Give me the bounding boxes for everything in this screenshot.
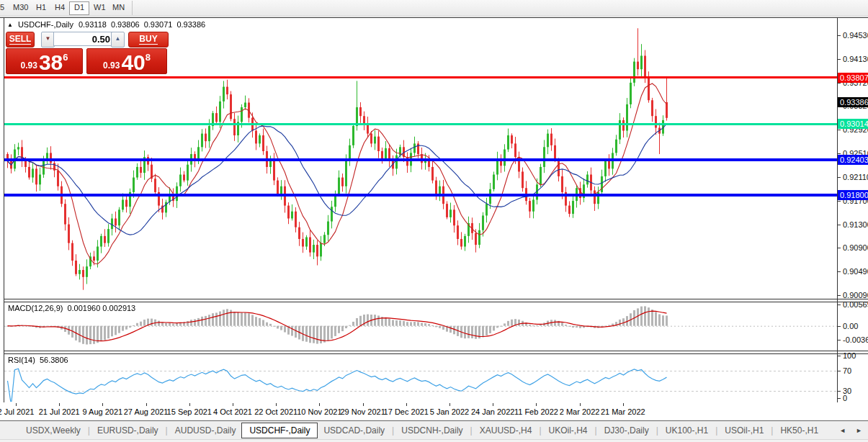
volume-increase-button[interactable]: ▲ bbox=[111, 32, 125, 48]
buy-price-big: 40 bbox=[121, 53, 145, 72]
tab-separator: | bbox=[769, 425, 774, 436]
date-axis-label: 21 Jul 2021 bbox=[39, 407, 80, 416]
ohlc-readout: 0.93118 0.93806 0.93071 0.93386 bbox=[79, 20, 205, 29]
spin-down-icon: ▼ bbox=[45, 35, 51, 42]
date-axis-label: 10 Nov 2021 bbox=[297, 407, 341, 416]
chart-tab-usdchf-daily[interactable]: USDCHF-,Daily bbox=[241, 423, 318, 438]
date-axis-tick bbox=[536, 403, 537, 406]
price-badge-0.91800: 0.91800 bbox=[838, 190, 868, 200]
support-line-blue-2[interactable] bbox=[4, 194, 837, 197]
price-axis-tick: 0.90490 bbox=[843, 267, 868, 276]
tab-separator: | bbox=[655, 425, 660, 436]
chart-tab-eurusd-daily[interactable]: EURUSD-,Daily bbox=[91, 423, 164, 438]
price-axis-tick: 0.91300 bbox=[843, 220, 868, 229]
date-axis-label: 11 Feb 2022 bbox=[514, 407, 558, 416]
tab-separator: | bbox=[594, 425, 599, 436]
chart-tab-dj30-daily[interactable]: DJ30-,Daily bbox=[599, 423, 655, 438]
chart-tab-hk50-h1[interactable]: HK50-,H1 bbox=[774, 423, 824, 438]
date-axis-label: 27 Aug 2021 bbox=[124, 407, 169, 416]
sell-price-display[interactable]: 0.93 38 6 bbox=[6, 48, 83, 74]
price-axis-tick: 0.92110 bbox=[843, 173, 868, 181]
date-axis-tick bbox=[16, 403, 17, 406]
low-value: 0.93071 bbox=[144, 20, 173, 29]
date-axis-tick bbox=[449, 403, 450, 406]
price-axis-tick: 0.94530 bbox=[843, 31, 868, 40]
chart-tab-usdcnh-daily[interactable]: USDCNH-,Daily bbox=[395, 423, 468, 438]
timeframe-toolbar: 5M30H1H4D1W1MN bbox=[0, 0, 868, 17]
buy-button[interactable]: BUY bbox=[128, 32, 169, 48]
chart-tab-bar: USDX,Weekly|EURUSD-,Daily|AUDUSD-,DailyU… bbox=[0, 420, 868, 439]
macd-panel[interactable]: MACD(12,26,9) 0.001960 0.002913 bbox=[4, 302, 837, 350]
date-axis-tick bbox=[102, 403, 103, 406]
chart-title: ▲ USDCHF-,Daily 0.93118 0.93806 0.93071 … bbox=[7, 20, 205, 29]
date-axis-tick bbox=[319, 403, 320, 406]
date-axis-label: 15 Sep 2021 bbox=[167, 407, 212, 416]
chart-tab-usoil-h1[interactable]: USOil-,H1 bbox=[719, 423, 769, 438]
chart-tab-xauusd-h4[interactable]: XAUUSD-,H4 bbox=[474, 423, 538, 438]
date-axis-tick bbox=[233, 403, 233, 406]
timeframe-button-5[interactable]: 5 bbox=[0, 1, 9, 14]
buy-price-display[interactable]: 0.93 40 8 bbox=[86, 48, 167, 74]
timeframe-button-w1[interactable]: W1 bbox=[89, 1, 110, 14]
rsi-panel[interactable]: RSI(14) 56.3806 bbox=[4, 354, 837, 402]
rsi-axis[interactable]: 10070300 bbox=[838, 353, 868, 402]
price-axis-tick: 0.90900 bbox=[843, 243, 868, 252]
macd-axis-tick: 0.005692 bbox=[843, 300, 868, 309]
price-badge-0.93014: 0.93014 bbox=[838, 119, 868, 129]
date-axis-label: 2 Mar 2022 bbox=[560, 407, 600, 416]
date-axis[interactable]: 2 Jul 202121 Jul 20219 Aug 202127 Aug 20… bbox=[0, 402, 868, 420]
tab-scroll-arrows: ◄► bbox=[839, 427, 862, 434]
timeframe-button-h4[interactable]: H4 bbox=[50, 1, 69, 14]
price-axis-tick: 0.90090 bbox=[843, 291, 868, 299]
chart-tab-audusd-daily[interactable]: AUDUSD-,Daily bbox=[169, 423, 242, 438]
macd-panel-bottom-border[interactable] bbox=[4, 351, 868, 351]
date-axis-label: 22 Oct 2021 bbox=[254, 407, 297, 416]
macd-label: MACD(12,26,9) 0.001960 0.002913 bbox=[8, 304, 135, 312]
date-axis-tick bbox=[406, 403, 407, 406]
chart-tab-usdcad-daily[interactable]: USDCAD-,Daily bbox=[318, 423, 390, 438]
timeframe-button-d1[interactable]: D1 bbox=[69, 1, 89, 15]
resistance-line[interactable] bbox=[4, 76, 837, 78]
tab-scroll-right-icon[interactable]: ► bbox=[856, 427, 862, 434]
date-axis-label: 2 Jul 2021 bbox=[0, 407, 34, 416]
timeframe-button-mn[interactable]: MN bbox=[108, 1, 129, 14]
chart-tab-usdx-weekly[interactable]: USDX,Weekly bbox=[20, 423, 86, 438]
volume-input[interactable] bbox=[53, 32, 115, 46]
macd-axis[interactable]: 0.0056920.00-0.00365 bbox=[838, 301, 868, 351]
price-badge-0.93386: 0.93386 bbox=[838, 97, 868, 107]
toolbar-separator bbox=[132, 1, 133, 15]
sell-button[interactable]: SELL bbox=[6, 32, 35, 48]
price-chart-area[interactable]: ▲ USDCHF-,Daily 0.93118 0.93806 0.93071 … bbox=[4, 18, 837, 299]
date-axis-tick bbox=[276, 403, 277, 406]
rsi-value: 56.3806 bbox=[40, 356, 68, 364]
timeframe-button-h1[interactable]: H1 bbox=[32, 1, 50, 14]
price-axis[interactable]: 0.945300.941300.937200.933200.929200.925… bbox=[838, 18, 868, 299]
support-line-blue-1[interactable] bbox=[4, 158, 837, 161]
rsi-label: RSI(14) 56.3806 bbox=[8, 356, 68, 364]
symbol-marker-icon: ▲ bbox=[7, 22, 13, 28]
rsi-canvas[interactable] bbox=[4, 354, 837, 402]
date-axis-tick bbox=[59, 403, 60, 406]
sell-price-big: 38 bbox=[39, 53, 63, 72]
date-axis-label: 17 Dec 2021 bbox=[384, 407, 429, 416]
rsi-axis-tick: 100 bbox=[843, 351, 856, 360]
macd-axis-tick: 0.00 bbox=[843, 322, 858, 330]
tab-separator: | bbox=[164, 425, 169, 436]
buy-price-prefix: 0.93 bbox=[103, 60, 120, 71]
date-axis-label: 24 Jan 2022 bbox=[471, 407, 515, 416]
timeframe-button-m30[interactable]: M30 bbox=[9, 1, 32, 14]
price-axis-tick: 0.94130 bbox=[843, 55, 868, 63]
spin-up-icon: ▲ bbox=[115, 35, 121, 42]
status-bar bbox=[0, 439, 868, 442]
chart-tab-ukoil-h4[interactable]: UKOil-,H4 bbox=[543, 423, 594, 438]
macd-axis-tick: -0.00365 bbox=[843, 335, 868, 344]
main-chart-bottom-border bbox=[4, 299, 868, 299]
date-axis-label: 29 Nov 2021 bbox=[340, 407, 385, 416]
date-axis-label: 21 Mar 2022 bbox=[601, 407, 645, 416]
tab-scroll-left-icon[interactable]: ◄ bbox=[839, 427, 846, 434]
date-axis-label: 5 Jan 2022 bbox=[430, 407, 469, 416]
chart-tab-uk100-h1[interactable]: UK100-,H1 bbox=[660, 423, 714, 438]
date-axis-tick bbox=[493, 403, 493, 406]
support-line-teal[interactable] bbox=[4, 123, 837, 125]
date-axis-label: 4 Oct 2021 bbox=[213, 407, 252, 416]
